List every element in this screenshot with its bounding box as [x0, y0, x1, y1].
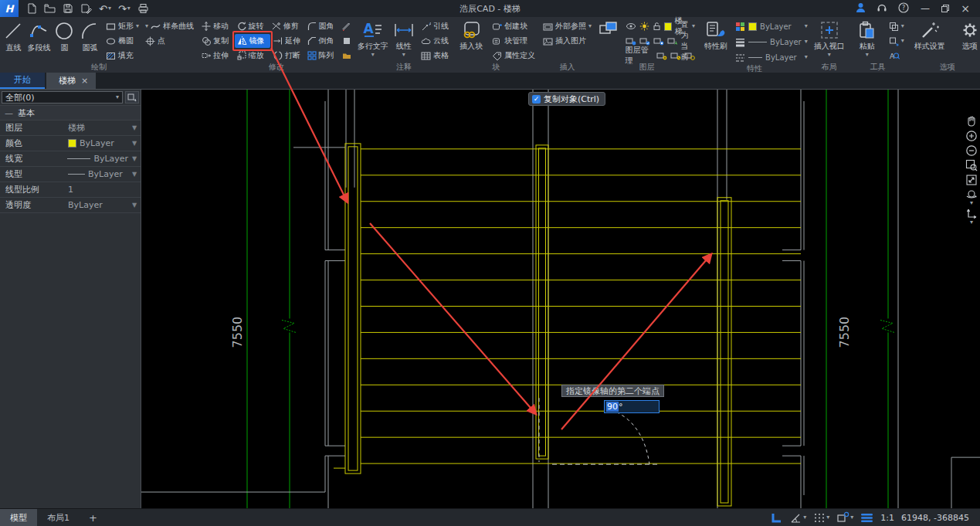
- layer-manager-button[interactable]: [597, 19, 622, 39]
- copy-clip-button[interactable]: ▾: [887, 19, 907, 33]
- paste-button[interactable]: 粘贴▾: [849, 19, 885, 58]
- restore-button[interactable]: [941, 5, 949, 12]
- xref-button[interactable]: 外部参照▾: [541, 19, 594, 33]
- zoom-extents-button[interactable]: [965, 174, 978, 186]
- save-button[interactable]: [63, 3, 73, 14]
- layer-freeze-icon[interactable]: [639, 22, 649, 31]
- prop-row-ltscale[interactable]: 线型比例 1: [0, 182, 141, 198]
- snap-grid-toggle[interactable]: ▾: [813, 512, 829, 524]
- line-button[interactable]: 直线: [2, 19, 25, 54]
- tab-drawing[interactable]: 楼梯 ×: [46, 73, 96, 89]
- add-layout-button[interactable]: +: [80, 512, 107, 524]
- array-button[interactable]: 阵列: [305, 49, 340, 63]
- save-as-button[interactable]: [80, 3, 92, 14]
- layer-iso2-icon[interactable]: [670, 51, 681, 60]
- circle-button[interactable]: 圆: [53, 19, 76, 54]
- ortho-toggle[interactable]: [770, 511, 783, 524]
- prop-row-layer[interactable]: 图层 楼梯 ▼: [0, 120, 141, 136]
- layer-set-current-icon[interactable]: [667, 36, 678, 46]
- arc-button[interactable]: 圆弧: [78, 19, 102, 54]
- lineweight-control[interactable]: ByLayer ▾: [734, 35, 809, 49]
- layout1-tab[interactable]: 布局1: [37, 509, 80, 526]
- annotation-scale[interactable]: 1:1: [880, 513, 894, 523]
- copy-base-button[interactable]: ▾: [887, 34, 907, 48]
- drawing-canvas[interactable]: 7550 7550 ▾ ▾: [141, 89, 980, 508]
- orbit-button[interactable]: ▾: [965, 188, 978, 205]
- object-snap-toggle[interactable]: ▾: [836, 511, 853, 524]
- tab-start[interactable]: 开始: [0, 73, 45, 89]
- linear-dim-button[interactable]: 线性▾: [391, 19, 417, 58]
- redo-button[interactable]: ↷▾: [118, 3, 131, 15]
- selection-filter-combo[interactable]: 全部(0)▾: [2, 91, 123, 104]
- new-file-button[interactable]: [26, 3, 37, 14]
- layer-lock-icon[interactable]: [653, 22, 661, 31]
- fillet-button[interactable]: 圆角: [305, 19, 340, 33]
- layer-state3-icon[interactable]: [653, 36, 664, 46]
- insert-viewport-button[interactable]: 插入视口▾: [812, 19, 846, 58]
- stretch-button[interactable]: 拉伸: [199, 49, 234, 63]
- pan-button[interactable]: [965, 115, 978, 127]
- close-button[interactable]: ×: [960, 2, 971, 15]
- palette-settings-button[interactable]: [125, 91, 139, 104]
- edit-extra-button[interactable]: [340, 19, 354, 33]
- point-button[interactable]: 点: [143, 34, 196, 48]
- zoom-in-button[interactable]: [965, 130, 978, 142]
- options-button[interactable]: 选项: [955, 19, 980, 53]
- copy-button[interactable]: 复制: [199, 34, 234, 48]
- zoom-out-button[interactable]: [965, 144, 978, 157]
- ucs-button[interactable]: ▾: [965, 208, 978, 225]
- trim-button[interactable]: 修剪: [270, 19, 304, 33]
- break-button[interactable]: 打断: [271, 49, 304, 63]
- prop-row-transparency[interactable]: 透明度 ByLayer ▼: [0, 198, 141, 213]
- dynamic-angle-input[interactable]: 90°: [604, 400, 660, 413]
- layer-visibility-icon[interactable]: [626, 22, 636, 31]
- hatch-button[interactable]: 填充: [103, 49, 141, 63]
- attribute-define-button[interactable]: 属性定义: [490, 49, 537, 63]
- account-icon[interactable]: [856, 2, 866, 15]
- checkbox-checked-icon[interactable]: ✓: [532, 95, 541, 104]
- create-block-button[interactable]: 创建块: [490, 19, 537, 33]
- edit-extra3-button[interactable]: [340, 49, 354, 63]
- extend-button[interactable]: 延伸: [271, 34, 304, 48]
- style-settings-button[interactable]: 样式设置: [910, 19, 950, 53]
- mirror-button[interactable]: 镜像: [235, 34, 270, 48]
- insert-image-button[interactable]: 插入图片: [541, 34, 588, 48]
- lineweight-display-toggle[interactable]: [860, 512, 873, 524]
- match-properties-button[interactable]: 特性刷: [700, 19, 732, 53]
- tab-close-icon[interactable]: ×: [81, 76, 88, 86]
- zoom-window-button[interactable]: [965, 159, 978, 171]
- prop-row-linetype[interactable]: 线型 ByLayer ▼: [0, 167, 141, 182]
- block-manager-button[interactable]: 块管理: [490, 34, 537, 48]
- scale-button[interactable]: 缩放: [235, 49, 270, 63]
- rectangle-button[interactable]: 矩形▾: [103, 19, 141, 33]
- model-tab[interactable]: 模型: [0, 509, 37, 526]
- app-logo[interactable]: H: [0, 0, 19, 17]
- section-basic[interactable]: —基本: [0, 105, 141, 120]
- move-button[interactable]: 移动: [199, 19, 234, 33]
- find-button[interactable]: A: [887, 49, 907, 63]
- leader-button[interactable]: A 引线: [419, 19, 451, 33]
- undo-button[interactable]: ↶▾: [99, 3, 111, 15]
- support-icon[interactable]: [877, 2, 887, 15]
- chamfer-button[interactable]: 倒角: [305, 34, 340, 48]
- spline-button[interactable]: ▾ 样条曲线: [143, 19, 196, 33]
- prop-row-color[interactable]: 颜色 ByLayer ▼: [0, 136, 141, 151]
- layer-iso1-icon[interactable]: [656, 51, 667, 60]
- ellipse-button[interactable]: 椭圆: [103, 34, 141, 48]
- revision-cloud-button[interactable]: 云线: [419, 34, 451, 48]
- insert-block-button[interactable]: 插入块: [454, 19, 488, 53]
- print-button[interactable]: [137, 3, 149, 14]
- minimize-button[interactable]: —: [920, 3, 931, 14]
- linetype-control[interactable]: ByLayer ▾: [734, 50, 809, 64]
- layer-iso3-icon[interactable]: [684, 51, 695, 60]
- polyline-button[interactable]: 多段线: [27, 19, 51, 54]
- mtext-button[interactable]: A 多行文字▾: [357, 19, 389, 58]
- rotate-button[interactable]: 旋转: [235, 19, 270, 33]
- layer-color-swatch[interactable]: [664, 22, 672, 31]
- open-file-button[interactable]: [44, 3, 56, 14]
- prop-row-lineweight[interactable]: 线宽 ByLayer ▼: [0, 151, 141, 167]
- object-color-control[interactable]: ByLayer ▾: [734, 19, 809, 33]
- table-button[interactable]: 表格: [419, 49, 451, 63]
- help-icon[interactable]: ?: [898, 2, 909, 15]
- polar-tracking-toggle[interactable]: ▾: [790, 512, 806, 524]
